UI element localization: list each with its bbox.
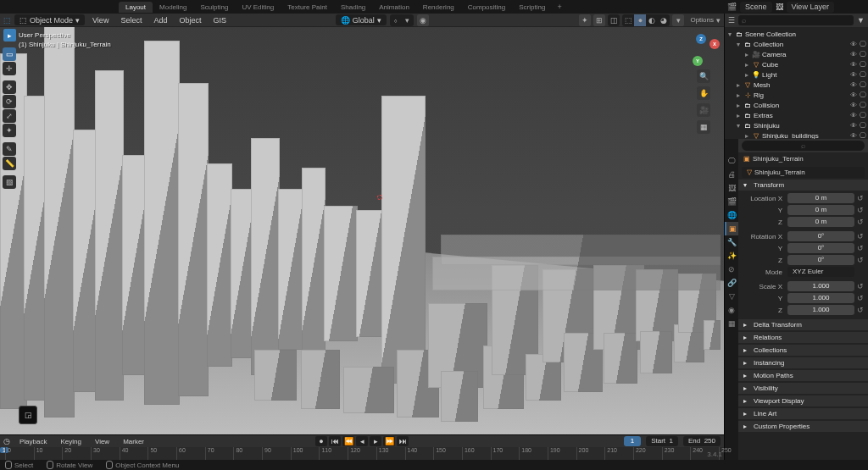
prop-tab-render[interactable]: 🖵 <box>725 154 738 168</box>
disable-icon[interactable]: 🖵 <box>859 122 866 130</box>
workspace-tab-compositing[interactable]: Compositing <box>461 2 512 13</box>
workspace-tab-sculpting[interactable]: Sculpting <box>194 2 236 13</box>
eye-icon[interactable]: 👁 <box>849 91 857 99</box>
vh-menu-object[interactable]: Object <box>175 16 205 25</box>
disclose-icon[interactable]: ▸ <box>737 81 743 89</box>
panel-header[interactable]: ▸Custom Properties <box>738 421 868 432</box>
autokey-play-icon[interactable]: ▸ <box>3 29 16 41</box>
disable-icon[interactable]: 🖵 <box>859 51 866 58</box>
shading-rendered-icon[interactable]: ◕ <box>658 14 670 26</box>
workspace-tab-texturepaint[interactable]: Texture Paint <box>281 2 334 13</box>
disable-icon[interactable]: 🖵 <box>859 71 866 79</box>
tl-menu-marker[interactable]: Marker <box>119 438 148 445</box>
pan-icon[interactable]: ✋ <box>697 86 710 100</box>
eye-icon[interactable]: 👁 <box>849 112 857 119</box>
prop-tab-output[interactable]: 🖨 <box>725 168 738 181</box>
eye-icon[interactable]: 👁 <box>849 51 857 58</box>
panel-header[interactable]: ▸Line Art <box>738 408 868 419</box>
eye-icon[interactable]: 👁 <box>849 132 857 140</box>
eye-icon[interactable]: 👁 <box>849 71 857 79</box>
magnet-icon[interactable]: ⬨ <box>390 14 402 26</box>
camera-view-icon[interactable]: 🎥 <box>697 103 710 117</box>
prop-tab-world[interactable]: 🌐 <box>725 208 738 222</box>
outliner-search[interactable]: ⌕ <box>738 15 854 25</box>
lock-icon[interactable]: ↺ <box>856 256 865 264</box>
rotation-mode-select[interactable]: XYZ Euler <box>787 267 854 277</box>
timeline-ruler[interactable]: 0102030405060708090100110120130140150160… <box>0 447 724 461</box>
rot-z-field[interactable]: 0° <box>787 255 854 265</box>
tool-cursor[interactable]: ✛ <box>3 62 16 75</box>
disable-icon[interactable]: 🖵 <box>859 91 866 99</box>
eye-icon[interactable]: 👁 <box>849 122 857 130</box>
disable-icon[interactable]: 🖵 <box>859 81 866 89</box>
properties-search[interactable]: ⌕ <box>742 141 865 151</box>
disable-icon[interactable]: 🖵 <box>859 41 866 48</box>
workspace-tab-rendering[interactable]: Rendering <box>416 2 461 13</box>
lock-icon[interactable]: ↺ <box>856 206 865 214</box>
lock-icon[interactable]: ↺ <box>856 244 865 252</box>
prop-tab-material[interactable]: ◉ <box>725 303 738 317</box>
jump-end-icon[interactable]: ⏭ <box>397 436 409 446</box>
end-frame-field[interactable]: End 250 <box>683 436 721 446</box>
filter-icon[interactable]: ▼ <box>857 16 865 25</box>
lock-icon[interactable]: ↺ <box>856 294 865 302</box>
vh-menu-select[interactable]: Select <box>116 16 146 25</box>
lock-icon[interactable]: ↺ <box>856 194 865 202</box>
disable-icon[interactable]: 🖵 <box>859 102 866 109</box>
object-name-field[interactable]: ▽ Shinjuku_Terrain <box>742 167 865 178</box>
panel-transform-header[interactable]: ▾ Transform <box>738 180 868 191</box>
mode-selector[interactable]: ⬚ Object Mode ▾ <box>14 14 85 25</box>
menu-edit[interactable]: Edit <box>40 3 64 11</box>
outliner-editor-icon[interactable]: ☰ <box>728 16 735 25</box>
disclose-icon[interactable]: ▸ <box>737 102 743 109</box>
timeline-editor-icon[interactable]: ◷ <box>3 437 10 445</box>
tool-rotate[interactable]: ⟳ <box>3 95 16 108</box>
snap-group[interactable]: ⬨▾ <box>390 14 414 26</box>
panel-header[interactable]: ▸Delta Transform <box>738 319 868 330</box>
workspace-tab-shading[interactable]: Shading <box>334 2 372 13</box>
disable-icon[interactable]: 🖵 <box>859 112 866 119</box>
tool-add-cube[interactable]: ▧ <box>3 175 16 189</box>
disclose-icon[interactable]: ▸ <box>745 51 752 58</box>
panel-header[interactable]: ▸Viewport Display <box>738 395 868 406</box>
eye-icon[interactable]: 👁 <box>849 102 857 109</box>
start-frame-field[interactable]: Start 1 <box>646 436 678 446</box>
play-icon[interactable]: ▸ <box>370 436 381 446</box>
lock-icon[interactable]: ↺ <box>856 218 865 226</box>
jump-start-icon[interactable]: ⏮ <box>329 436 341 446</box>
outliner-row[interactable]: ▾🗀Shinjuku👁🖵 <box>725 120 868 130</box>
outliner-row[interactable]: ▸🗀Collision👁🖵 <box>725 100 868 110</box>
tool-annotate[interactable]: ✎ <box>3 142 16 156</box>
prop-tab-viewlayer[interactable]: 🖼 <box>725 181 738 195</box>
rot-x-field[interactable]: 0° <box>787 231 854 241</box>
panel-header[interactable]: ▸Collections <box>738 345 868 356</box>
editor-type-icon[interactable]: ⬚ <box>3 16 11 25</box>
prop-tab-constraints[interactable]: 🔗 <box>725 276 738 290</box>
perspective-toggle-icon[interactable]: ▦ <box>697 120 710 134</box>
vh-menu-gis[interactable]: GIS <box>209 16 231 25</box>
tl-menu-view[interactable]: View <box>91 438 114 445</box>
proportional-edit-icon[interactable]: ◉ <box>417 14 429 26</box>
play-reverse-icon[interactable]: ◂ <box>356 436 368 446</box>
eye-icon[interactable]: 👁 <box>849 81 857 89</box>
keyframe-prev-icon[interactable]: ⏪ <box>342 436 354 446</box>
shading-solid-icon[interactable]: ● <box>634 14 646 26</box>
overlay-icon[interactable]: ⊞ <box>593 14 605 26</box>
workspace-tab-layout[interactable]: Layout <box>119 2 153 13</box>
axis-x-icon[interactable]: X <box>709 39 720 49</box>
scale-x-field[interactable]: 1.000 <box>787 281 854 291</box>
disclose-icon[interactable]: ▸ <box>745 132 752 140</box>
gizmo-visibility-icon[interactable]: ✦ <box>579 14 591 26</box>
prop-tab-scene[interactable]: 🎬 <box>725 195 738 208</box>
outliner-row[interactable]: ▾🗀Collection👁🖵 <box>725 39 868 49</box>
tool-measure[interactable]: 📏 <box>3 157 16 170</box>
workspace-tab-modeling[interactable]: Modeling <box>153 2 193 13</box>
prop-tab-modifiers[interactable]: 🔧 <box>725 235 738 249</box>
scale-y-field[interactable]: 1.000 <box>787 293 854 303</box>
snap-target-icon[interactable]: ▾ <box>402 14 414 26</box>
viewport-3d[interactable]: ◲ <box>0 27 724 434</box>
axis-y-icon[interactable]: Y <box>693 56 703 66</box>
shading-wireframe-icon[interactable]: ⬚ <box>622 14 634 26</box>
current-frame-field[interactable]: 1 <box>624 436 641 446</box>
disclose-icon[interactable]: ▸ <box>745 71 752 79</box>
